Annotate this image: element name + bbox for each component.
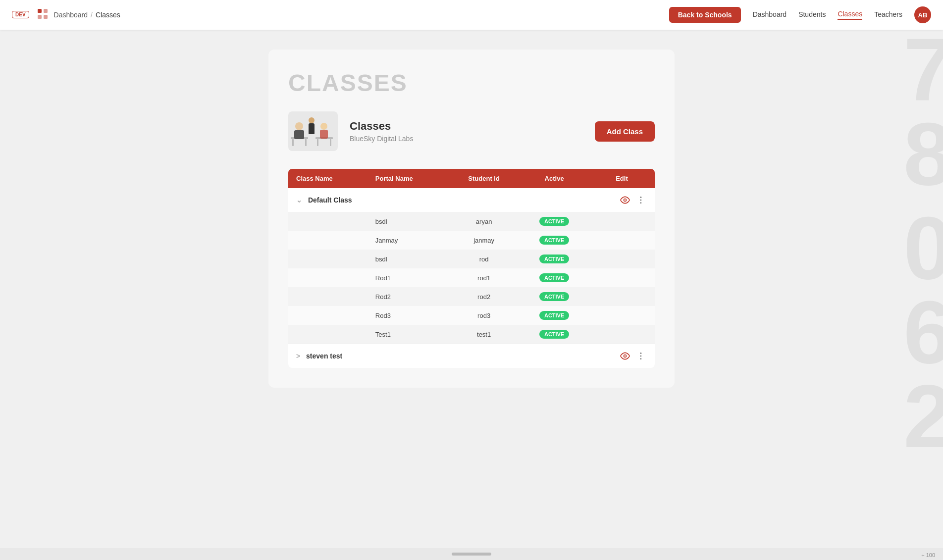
cell-edit (589, 231, 655, 250)
svg-point-7 (295, 122, 303, 130)
cell-student-id: aryan (448, 212, 520, 231)
status-badge: ACTIVE (539, 255, 569, 263)
status-badge: ACTIVE (539, 217, 569, 226)
cell-student-id: rod2 (448, 287, 520, 306)
svg-rect-2 (38, 15, 42, 19)
svg-point-20 (640, 200, 642, 201)
svg-point-14 (309, 117, 314, 123)
cell-class-name (288, 250, 367, 268)
cell-class-name (288, 287, 367, 306)
group-row-steven-test: > steven test (288, 344, 655, 368)
svg-rect-8 (294, 130, 304, 139)
status-badge: ACTIVE (539, 236, 569, 245)
group-name-steven-test: > steven test (288, 344, 448, 368)
cell-class-name (288, 325, 367, 344)
school-header: Classes BlueSky Digital Labs Add Class (288, 111, 655, 151)
nav-dashboard-link[interactable]: Dashboard (753, 10, 787, 19)
col-portal-name: Portal Name (367, 169, 448, 188)
col-student-id: Student Id (448, 169, 520, 188)
group-name-default-class: ⌄ Default Class (288, 188, 448, 212)
cell-student-id: janmay (448, 231, 520, 250)
status-badge: ACTIVE (539, 273, 569, 282)
cell-active: ACTIVE (520, 325, 589, 344)
nav-students-link[interactable]: Students (798, 10, 826, 19)
school-image (288, 111, 338, 151)
cell-student-id: test1 (448, 325, 520, 344)
main-content: CLASSES (0, 30, 943, 407)
table-row: Rod2 rod2 ACTIVE (288, 287, 655, 306)
navbar: DEV Dashboard / Classes Back to Schools … (0, 0, 943, 30)
svg-rect-0 (38, 9, 42, 13)
svg-rect-1 (44, 9, 48, 13)
cell-active: ACTIVE (520, 231, 589, 250)
cell-edit (589, 325, 655, 344)
table-row: Rod1 rod1 ACTIVE (288, 268, 655, 287)
cell-edit (589, 268, 655, 287)
cell-class-name (288, 268, 367, 287)
table-row: bsdl rod ACTIVE (288, 250, 655, 268)
more-icon-default-class[interactable] (635, 194, 647, 206)
svg-point-25 (640, 358, 642, 360)
svg-point-19 (640, 197, 642, 198)
svg-point-24 (640, 356, 642, 357)
table-row: Janmay janmay ACTIVE (288, 231, 655, 250)
col-edit: Edit (589, 169, 655, 188)
svg-point-23 (640, 353, 642, 354)
svg-point-12 (320, 123, 327, 130)
add-class-button[interactable]: Add Class (595, 121, 655, 142)
user-avatar[interactable]: AB (914, 6, 931, 23)
school-subtitle: BlueSky Digital Labs (350, 135, 583, 143)
page-card: CLASSES (268, 50, 675, 388)
view-icon-default-class[interactable] (619, 194, 631, 206)
cell-active: ACTIVE (520, 268, 589, 287)
svg-rect-6 (305, 139, 307, 146)
expand-icon-default-class[interactable]: ⌄ (296, 196, 302, 204)
svg-rect-5 (292, 139, 294, 146)
group-row-default-class: ⌄ Default Class (288, 188, 655, 212)
scroll-indicator[interactable] (452, 553, 491, 556)
page-title: CLASSES (288, 69, 655, 97)
cell-student-id: rod (448, 250, 520, 268)
status-badge: ACTIVE (539, 311, 569, 320)
view-icon-steven-test[interactable] (619, 350, 631, 362)
more-icon-steven-test[interactable] (635, 350, 647, 362)
cell-active: ACTIVE (520, 306, 589, 325)
school-title: Classes (350, 120, 583, 133)
breadcrumb-separator: / (91, 11, 93, 19)
nav-classes-link[interactable]: Classes (838, 10, 862, 20)
cell-active: ACTIVE (520, 212, 589, 231)
svg-rect-10 (317, 139, 318, 146)
svg-point-18 (624, 199, 627, 202)
table-body: ⌄ Default Class (288, 188, 655, 368)
table-header: Class Name Portal Name Student Id Active… (288, 169, 655, 188)
svg-rect-13 (320, 130, 328, 139)
cell-portal-name: bsdl (367, 250, 448, 268)
cell-portal-name: Rod3 (367, 306, 448, 325)
breadcrumb-current: Classes (96, 11, 120, 19)
cell-student-id: rod3 (448, 306, 520, 325)
status-badge: ACTIVE (539, 330, 569, 339)
cell-portal-name: Test1 (367, 325, 448, 344)
cell-active: ACTIVE (520, 250, 589, 268)
cell-edit (589, 287, 655, 306)
cell-active: ACTIVE (520, 287, 589, 306)
navbar-right: Back to Schools Dashboard Students Class… (669, 6, 931, 23)
svg-rect-11 (330, 139, 331, 146)
dashboard-logo-icon (37, 8, 48, 22)
back-to-schools-button[interactable]: Back to Schools (669, 7, 741, 23)
classes-table: Class Name Portal Name Student Id Active… (288, 169, 655, 368)
footer-bar (0, 548, 943, 560)
col-active: Active (520, 169, 589, 188)
breadcrumb-dashboard[interactable]: Dashboard (54, 11, 88, 19)
table-row: Test1 test1 ACTIVE (288, 325, 655, 344)
cell-portal-name: bsdl (367, 212, 448, 231)
table-row: bsdl aryan ACTIVE (288, 212, 655, 231)
cell-class-name (288, 306, 367, 325)
svg-point-21 (640, 203, 642, 204)
nav-teachers-link[interactable]: Teachers (874, 10, 902, 19)
breadcrumb: Dashboard / Classes (54, 11, 120, 19)
cell-portal-name: Rod1 (367, 268, 448, 287)
expand-icon-steven-test[interactable]: > (296, 352, 300, 360)
cell-edit (589, 250, 655, 268)
status-badge: ACTIVE (539, 292, 569, 301)
